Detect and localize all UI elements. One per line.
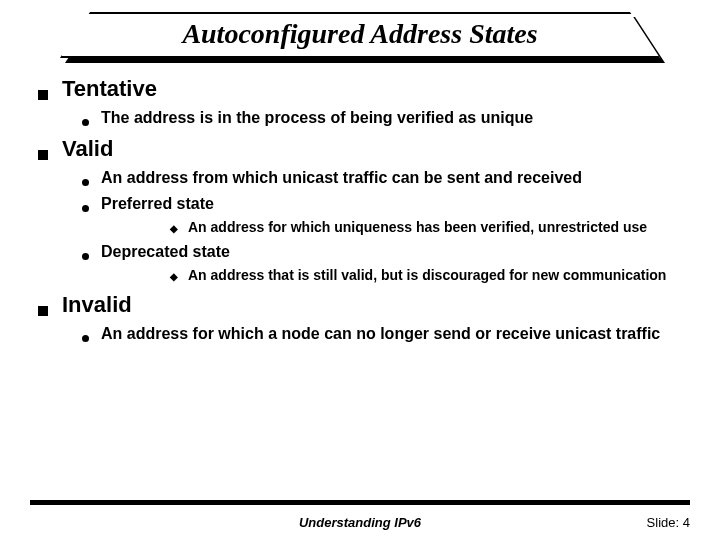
list-item: Preferred state ◆ An address for which u… (82, 194, 690, 236)
list-item: An address for which a node can no longe… (82, 324, 690, 344)
title-banner: Autoconfigured Address States (60, 12, 660, 58)
dot-bullet-icon (82, 119, 89, 126)
dot-bullet-icon (82, 253, 89, 260)
square-bullet-icon (38, 306, 48, 316)
sub-item: ◆ An address that is still valid, but is… (170, 266, 690, 284)
section-heading: Tentative (62, 76, 157, 102)
square-bullet-icon (38, 90, 48, 100)
section-heading: Valid (62, 136, 113, 162)
subitem-text: An address that is still valid, but is d… (188, 266, 666, 284)
section-valid: Valid An address from which unicast traf… (38, 136, 690, 284)
section-tentative: Tentative The address is in the process … (38, 76, 690, 128)
arrow-bullet-icon: ◆ (170, 223, 178, 234)
slide-title: Autoconfigured Address States (62, 18, 658, 50)
arrow-bullet-icon: ◆ (170, 271, 178, 282)
footer-divider (30, 500, 690, 502)
item-text: Preferred state (101, 194, 214, 214)
footer-center: Understanding IPv6 (30, 515, 690, 530)
list-item: An address from which unicast traffic ca… (82, 168, 690, 188)
square-bullet-icon (38, 150, 48, 160)
item-text: An address for which a node can no longe… (101, 324, 660, 344)
item-text: The address is in the process of being v… (101, 108, 533, 128)
title-box: Autoconfigured Address States (60, 12, 660, 58)
slide: Autoconfigured Address States Tentative … (0, 0, 720, 540)
sub-item: ◆ An address for which uniqueness has be… (170, 218, 690, 236)
slide-content: Tentative The address is in the process … (30, 76, 690, 344)
section-heading: Invalid (62, 292, 132, 318)
dot-bullet-icon (82, 179, 89, 186)
list-item: Deprecated state ◆ An address that is st… (82, 242, 690, 284)
subitem-text: An address for which uniqueness has been… (188, 218, 647, 236)
item-text: Deprecated state (101, 242, 230, 262)
footer: Understanding IPv6 Slide: 4 (30, 515, 690, 530)
item-text: An address from which unicast traffic ca… (101, 168, 582, 188)
list-item: The address is in the process of being v… (82, 108, 690, 128)
dot-bullet-icon (82, 205, 89, 212)
section-invalid: Invalid An address for which a node can … (38, 292, 690, 344)
dot-bullet-icon (82, 335, 89, 342)
